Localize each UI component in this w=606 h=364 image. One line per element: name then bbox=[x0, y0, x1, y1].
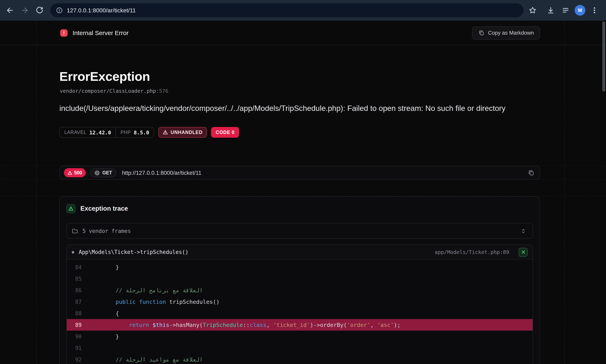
profile-avatar[interactable]: M bbox=[575, 5, 585, 16]
download-icon bbox=[547, 6, 555, 14]
status-500-badge: 500 bbox=[64, 168, 86, 177]
code-line-92: 92 // العلاقة مع مواعيد الرحلة bbox=[67, 354, 533, 364]
environment-badges: LARAVEL 12.42.0 PHP 8.5.0 UNHANDLED CODE… bbox=[59, 127, 239, 138]
code-text: public function tripSchedules() bbox=[82, 299, 219, 305]
dashed-guide-left bbox=[36, 21, 37, 364]
code-text: // العلاقة مع برنامج الرحلة bbox=[82, 287, 203, 294]
profile-initial: M bbox=[578, 7, 582, 13]
code-line-89: 89 return $this->hasMany(TripSchedule::c… bbox=[67, 319, 533, 331]
unhandled-badge: UNHANDLED bbox=[158, 127, 207, 138]
code-line-90: 90 } bbox=[67, 331, 533, 342]
list-icon bbox=[561, 6, 570, 14]
kebab-menu-icon bbox=[590, 6, 599, 14]
trace-warning-icon bbox=[66, 204, 76, 213]
line-number: 85 bbox=[67, 276, 82, 282]
exception-line-number: :576 bbox=[156, 88, 168, 94]
copy-as-markdown-label: Copy as Markdown bbox=[488, 30, 534, 36]
scrollbar-thumb[interactable] bbox=[602, 21, 605, 91]
code-text: } bbox=[82, 333, 119, 340]
error-status-icon: ! bbox=[60, 29, 68, 37]
screen: 127.0.0.1:8000/ar/ticket/11 M bbox=[0, 0, 606, 364]
exception-file: vendor/composer/ClassLoader.php bbox=[60, 88, 156, 94]
request-summary-bar: 500 GET http://127.0.0.1:8000/ar/ticket/… bbox=[59, 166, 540, 180]
line-number: 86 bbox=[67, 287, 82, 293]
code-line-88: 88 { bbox=[67, 308, 533, 319]
code-text: return $this->hasMany(TripSchedule::clas… bbox=[82, 322, 400, 328]
reload-button[interactable] bbox=[34, 4, 45, 16]
line-number: 90 bbox=[67, 333, 82, 339]
trace-frame-header[interactable]: App\Models\Ticket->tripSchedules() app/M… bbox=[67, 245, 533, 260]
code-text: } bbox=[82, 264, 119, 270]
collapse-frame-button[interactable] bbox=[519, 247, 528, 257]
exception-source: vendor/composer/ClassLoader.php:576 bbox=[60, 88, 168, 94]
reload-icon bbox=[36, 6, 44, 14]
copy-as-markdown-button[interactable]: Copy as Markdown bbox=[472, 26, 540, 39]
vendor-frames-label: 5 vendor frames bbox=[82, 228, 131, 234]
line-number: 88 bbox=[67, 310, 82, 316]
back-button[interactable] bbox=[4, 4, 16, 16]
request-url: http://127.0.0.1:8000/ar/ticket/11 bbox=[122, 170, 201, 176]
status-code: 500 bbox=[74, 170, 82, 175]
line-number: 92 bbox=[67, 356, 82, 363]
code-line-91: 91 bbox=[67, 342, 533, 354]
copy-request-url-button[interactable] bbox=[526, 167, 536, 178]
bookmark-button[interactable] bbox=[527, 4, 538, 16]
line-number: 87 bbox=[67, 299, 82, 305]
site-info-icon[interactable] bbox=[56, 7, 63, 13]
address-url[interactable]: 127.0.0.1:8000/ar/ticket/11 bbox=[67, 7, 136, 13]
unhandled-label: UNHANDLED bbox=[171, 130, 203, 135]
code-badge: CODE 0 bbox=[211, 127, 239, 138]
forward-button[interactable] bbox=[19, 4, 30, 16]
downloads-button[interactable] bbox=[545, 4, 556, 16]
folder-icon bbox=[72, 228, 78, 234]
back-arrow-icon bbox=[6, 6, 14, 14]
copy-icon bbox=[528, 169, 534, 176]
laravel-version: 12.42.0 bbox=[89, 129, 111, 135]
code-line-84: 84 } bbox=[67, 261, 533, 273]
vendor-frames-toggle[interactable]: 5 vendor frames bbox=[66, 223, 533, 239]
reading-list-button[interactable] bbox=[560, 4, 571, 16]
code-badge-label: CODE 0 bbox=[216, 130, 235, 135]
frame-signature: App\Models\Ticket->tripSchedules() bbox=[79, 249, 188, 255]
exception-class: ErrorException bbox=[59, 69, 150, 84]
globe-icon bbox=[94, 170, 100, 175]
frame-location: app/Models/Ticket.php:89 bbox=[435, 249, 509, 255]
frame-bullet-icon bbox=[72, 251, 74, 253]
code-text: // العلاقة مع مواعيد الرحلة bbox=[82, 356, 203, 363]
version-badge: LARAVEL 12.42.0 PHP 8.5.0 bbox=[59, 127, 154, 138]
code-line-85: 85 bbox=[67, 273, 533, 285]
expand-vendor-frames-button[interactable] bbox=[519, 226, 528, 235]
code-line-87: 87 public function tripSchedules() bbox=[67, 296, 533, 308]
dashed-guide-right bbox=[564, 21, 565, 364]
code-text: { bbox=[82, 310, 119, 317]
line-number: 91 bbox=[67, 345, 82, 351]
code-lines: 84 }8586 // العلاقة مع برنامج الرحلة87 p… bbox=[67, 260, 533, 364]
code-line-86: 86 // العلاقة مع برنامج الرحلة bbox=[67, 285, 533, 296]
browser-menu-button[interactable] bbox=[589, 4, 600, 16]
warning-triangle-icon bbox=[68, 206, 73, 211]
method-badge: GET bbox=[90, 168, 116, 177]
error-page-header: ! Internal Server Error Copy as Markdown bbox=[0, 21, 606, 45]
request-method: GET bbox=[102, 170, 112, 175]
trace-header: Exception trace bbox=[66, 204, 533, 213]
php-version: 8.5.0 bbox=[134, 129, 149, 135]
line-number: 89 bbox=[67, 322, 82, 328]
browser-toolbar: 127.0.0.1:8000/ar/ticket/11 M bbox=[0, 0, 606, 21]
forward-arrow-icon bbox=[21, 6, 29, 14]
address-bar[interactable]: 127.0.0.1:8000/ar/ticket/11 bbox=[50, 3, 524, 17]
warning-triangle-icon bbox=[68, 170, 72, 175]
exception-message: include(/Users/appleera/ticking/vendor/c… bbox=[59, 103, 542, 114]
trace-title: Exception trace bbox=[80, 205, 128, 212]
laravel-label: LARAVEL bbox=[64, 130, 86, 135]
php-label: PHP bbox=[121, 130, 131, 135]
warning-triangle-icon bbox=[163, 130, 168, 135]
x-close-icon bbox=[521, 250, 525, 254]
star-icon bbox=[529, 6, 537, 14]
copy-icon bbox=[478, 30, 484, 36]
line-number: 84 bbox=[67, 264, 82, 270]
trace-frame: App\Models\Ticket->tripSchedules() app/M… bbox=[66, 245, 533, 364]
exception-trace-card: Exception trace 5 vendor frames App\Mode… bbox=[59, 196, 540, 364]
error-page: ! Internal Server Error Copy as Markdown… bbox=[0, 21, 606, 364]
chevron-up-down-icon bbox=[520, 228, 526, 234]
error-status-label: Internal Server Error bbox=[73, 29, 129, 36]
